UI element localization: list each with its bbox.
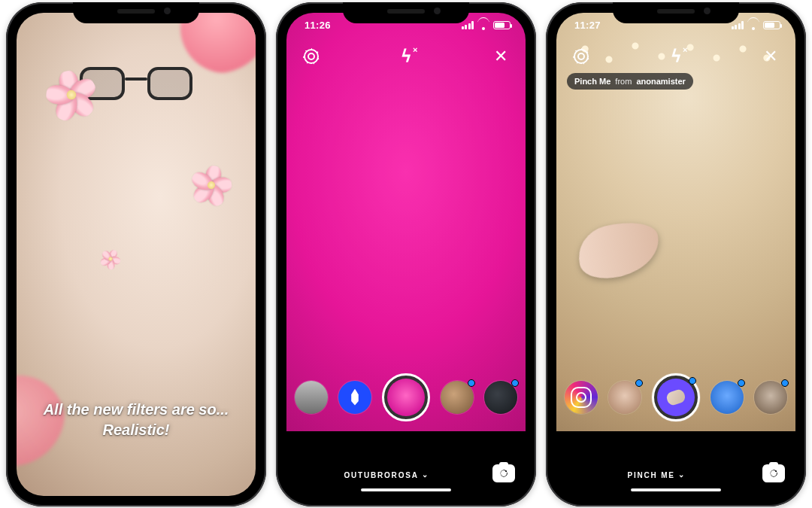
shutter-inner — [387, 379, 425, 416]
flower-sticker-1[interactable] — [44, 67, 98, 121]
new-badge — [738, 379, 745, 387]
effect-gray[interactable] — [295, 381, 328, 414]
effect-photo[interactable] — [710, 381, 744, 414]
home-indicator[interactable] — [631, 488, 721, 491]
effect-face[interactable] — [608, 381, 641, 414]
camera-top-bar: ϟ ✕ — [286, 41, 526, 71]
home-indicator[interactable] — [361, 488, 451, 491]
phone-screen: 11:27 ϟ ✕ Pinch Me fro — [556, 13, 795, 496]
phone-notch — [73, 2, 199, 23]
wifi-icon — [477, 21, 489, 30]
filter-name-button[interactable]: OUTUBROROSA ⌄ — [286, 471, 486, 479]
phone-screen: All the new filters are so... Realistic! — [17, 13, 256, 496]
status-indicators — [462, 21, 511, 30]
phone-screen: 11:26 ϟ ✕ — [286, 13, 526, 496]
filter-attribution-pill[interactable]: Pinch Me from anonamister — [567, 73, 693, 90]
filter-pill-name: Pinch Me — [574, 77, 611, 86]
effect-pinch-me[interactable] — [652, 373, 700, 421]
new-badge — [635, 379, 643, 387]
flash-off-icon: ϟ — [401, 47, 412, 66]
new-badge — [781, 379, 789, 387]
effect-dark[interactable] — [484, 381, 517, 414]
filter-name-label: PINCH ME — [627, 471, 674, 479]
close-icon: ✕ — [494, 48, 508, 65]
battery-icon — [493, 21, 511, 29]
effect-outubrorosa[interactable] — [382, 373, 430, 421]
settings-button[interactable] — [568, 44, 594, 69]
settings-button[interactable] — [298, 44, 324, 69]
three-phone-comparison: All the new filters are so... Realistic!… — [0, 0, 812, 508]
wifi-icon — [747, 21, 759, 30]
effects-tray[interactable] — [286, 370, 526, 425]
status-time: 11:27 — [574, 20, 601, 31]
status-indicators — [732, 21, 781, 30]
close-button[interactable]: ✕ — [488, 44, 514, 69]
flash-toggle-button[interactable]: ϟ — [393, 44, 419, 69]
effect-brown[interactable] — [441, 381, 474, 414]
phone-1: All the new filters are so... Realistic! — [6, 2, 266, 506]
effect-instagram[interactable] — [565, 381, 598, 414]
flash-toggle-button[interactable]: ϟ — [663, 44, 689, 69]
phone-notch — [343, 2, 469, 23]
status-time: 11:26 — [304, 20, 331, 31]
switch-camera-button[interactable] — [492, 464, 515, 482]
effect-water[interactable] — [338, 381, 371, 414]
settings-icon — [304, 49, 319, 64]
filter-name-label: OUTUBROROSA — [344, 471, 418, 479]
phone-2: 11:26 ϟ ✕ — [276, 2, 536, 506]
camera-bottom-bar: OUTUBROROSA ⌄ — [286, 431, 526, 496]
magenta-tint — [286, 13, 526, 431]
story-caption-line1: All the new filters are so... — [44, 401, 229, 418]
new-badge — [468, 379, 475, 387]
new-badge — [511, 379, 519, 387]
settings-icon — [574, 49, 589, 64]
camera-bottom-bar: PINCH ME ⌄ — [556, 431, 795, 496]
camera-viewport: 11:27 ϟ ✕ Pinch Me fro — [556, 13, 795, 496]
story-editor-viewport: All the new filters are so... Realistic! — [17, 13, 256, 496]
chevron-down-icon: ⌄ — [678, 470, 686, 479]
flash-off-icon: ϟ — [671, 47, 682, 66]
filter-name-button[interactable]: PINCH ME ⌄ — [556, 471, 756, 479]
camera-top-bar: ϟ ✕ — [556, 41, 795, 71]
filter-pill-from: from — [615, 77, 632, 86]
close-icon: ✕ — [764, 48, 777, 65]
story-caption[interactable]: All the new filters are so... Realistic! — [17, 400, 256, 440]
flower-sticker-2[interactable] — [189, 163, 233, 206]
camera-viewport: 11:26 ϟ ✕ — [286, 13, 526, 496]
cellular-icon — [732, 21, 744, 29]
story-caption-line2: Realistic! — [103, 421, 170, 438]
filter-pill-author: anonamister — [636, 77, 685, 86]
shutter-inner — [657, 379, 695, 416]
close-button[interactable]: ✕ — [758, 44, 783, 69]
sunglasses-on-head — [80, 67, 192, 100]
phone-3: 11:27 ϟ ✕ Pinch Me fro — [546, 2, 806, 506]
effects-tray[interactable] — [556, 370, 795, 425]
phone-notch — [613, 2, 739, 23]
effect-man[interactable] — [754, 381, 787, 414]
switch-camera-icon — [498, 467, 510, 479]
new-badge — [689, 377, 696, 385]
chevron-down-icon: ⌄ — [422, 470, 429, 479]
battery-icon — [763, 21, 780, 29]
switch-camera-icon — [768, 467, 780, 479]
switch-camera-button[interactable] — [762, 464, 785, 482]
cellular-icon — [462, 21, 474, 29]
